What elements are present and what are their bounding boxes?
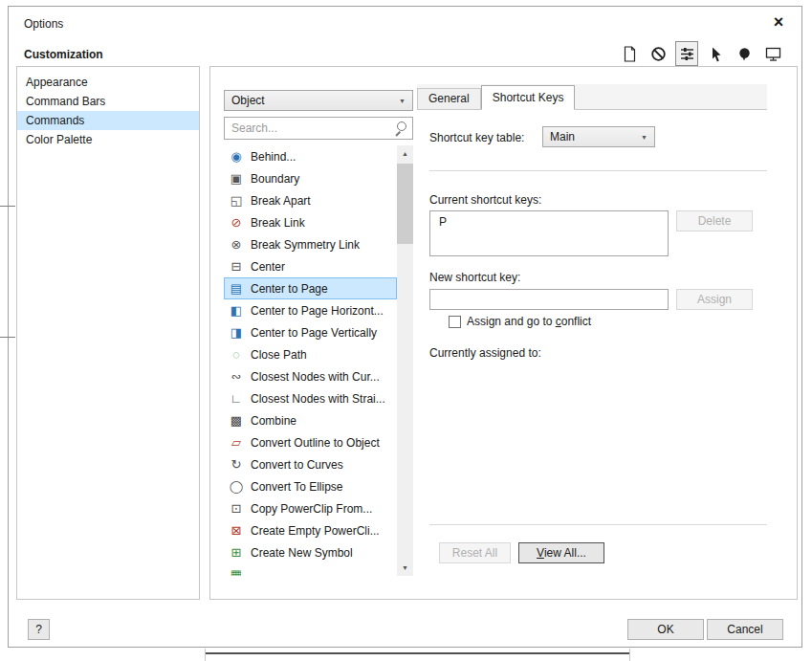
ok-button[interactable]: OK <box>627 619 704 640</box>
search-input[interactable] <box>225 121 394 135</box>
combine-icon: ▩ <box>229 413 244 429</box>
assign-and-go-to-conflict-checkbox[interactable] <box>449 316 461 328</box>
no-sign-icon[interactable] <box>647 41 669 66</box>
command-category-value: Object <box>231 94 265 107</box>
command-row[interactable]: ⊞Create New Symbol <box>224 541 397 563</box>
view-all-button[interactable]: View All... <box>518 542 604 563</box>
close-icon[interactable]: × <box>767 11 790 33</box>
conflict-option-row: Assign and go to conflict <box>449 315 591 328</box>
category-list: AppearanceCommand BarsCommandsColor Pale… <box>16 66 200 600</box>
command-label: Break Symmetry Link <box>251 238 360 252</box>
page-title: Customization <box>24 48 103 61</box>
sidebar-item-color-palette[interactable]: Color Palette <box>17 130 199 149</box>
customization-icon-row <box>618 41 784 66</box>
background-window-edge <box>206 652 629 654</box>
scrollbar-thumb[interactable] <box>397 164 413 244</box>
tab-general[interactable]: General <box>417 88 481 109</box>
copy-powerclip-icon: ⊡ <box>229 501 244 517</box>
command-label: Closest Nodes with Strai... <box>251 392 385 406</box>
command-row[interactable]: ⊘Break Link <box>224 211 397 233</box>
closest-nodes-curved-icon: ∾ <box>229 369 244 385</box>
delete-button[interactable]: Delete <box>676 210 753 231</box>
command-label: Center to Page Vertically <box>251 326 377 340</box>
convert-to-ellipse-icon: ◯ <box>229 479 244 495</box>
command-row[interactable]: ▱Convert Outline to Object <box>224 431 397 453</box>
command-row[interactable]: ▦ <box>224 563 397 576</box>
sliders-icon[interactable] <box>675 41 698 66</box>
command-category-dropdown[interactable]: Object ▼ <box>224 90 413 111</box>
center-to-page-vertical-icon: ◨ <box>229 325 244 341</box>
command-row[interactable]: ◧Center to Page Horizont... <box>224 299 397 321</box>
conflict-checkbox-label: Assign and go to conflict <box>467 315 591 328</box>
command-row[interactable]: ◌Close Path <box>224 343 397 365</box>
break-apart-icon: ◱ <box>229 193 244 209</box>
center-to-page-horizontal-icon: ◧ <box>229 303 244 319</box>
command-label: Center <box>251 260 285 274</box>
page-icon[interactable] <box>618 41 641 66</box>
command-label: Convert Outline to Object <box>251 436 380 450</box>
shortcut-key-table-dropdown[interactable]: Main ▼ <box>542 126 655 147</box>
command-label: Boundary <box>251 172 299 186</box>
close-path-icon: ◌ <box>229 347 244 363</box>
reset-all-button[interactable]: Reset All <box>439 542 511 563</box>
cancel-button[interactable]: Cancel <box>707 619 783 640</box>
scroll-up-icon[interactable]: ▲ <box>397 145 413 162</box>
tab-shortcut-keys[interactable]: Shortcut Keys <box>481 85 576 110</box>
convert-outline-to-object-icon: ▱ <box>229 435 244 451</box>
search-icon <box>394 121 407 135</box>
command-row[interactable]: ⊠Create Empty PowerCli... <box>224 519 397 541</box>
command-label: Closest Nodes with Cur... <box>251 370 380 384</box>
command-row[interactable]: ▤Center to Page <box>224 277 397 299</box>
balloon-icon[interactable] <box>733 41 756 66</box>
sidebar-item-appearance[interactable]: Appearance <box>17 73 199 92</box>
new-shortcut-key-label: New shortcut key: <box>429 271 520 284</box>
chevron-down-icon: ▼ <box>641 134 647 141</box>
background-docker-edge <box>0 337 15 338</box>
shortcut-key-table-value: Main <box>550 130 575 143</box>
sidebar-item-commands[interactable]: Commands <box>17 111 199 130</box>
behind-icon: ◉ <box>229 149 244 165</box>
command-label: Convert To Ellipse <box>251 480 343 494</box>
current-shortcut-keys-label: Current shortcut keys: <box>429 193 541 207</box>
command-row[interactable]: ∾Closest Nodes with Cur... <box>224 365 397 387</box>
command-row[interactable]: ▩Combine <box>224 409 397 431</box>
closest-nodes-straight-icon: ∟ <box>229 391 244 407</box>
command-label: Center to Page <box>251 282 328 296</box>
shortcut-key-table-label: Shortcut key table: <box>429 131 524 144</box>
currently-assigned-to-label: Currently assigned to: <box>429 346 541 360</box>
new-shortcut-key-input[interactable] <box>429 289 669 310</box>
monitor-icon[interactable] <box>761 41 784 66</box>
background-window-edge <box>629 649 630 661</box>
command-list-scrollbar[interactable]: ▲ ▼ <box>397 145 413 576</box>
center-icon: ⊟ <box>229 259 244 275</box>
background-window-edge <box>205 649 206 661</box>
cursor-icon[interactable] <box>704 41 727 66</box>
command-label: Break Apart <box>251 194 311 208</box>
current-shortcut-keys-list[interactable]: P <box>429 210 669 256</box>
command-row[interactable]: ⊗Break Symmetry Link <box>224 233 397 255</box>
command-row[interactable]: ↻Convert to Curves <box>224 453 397 475</box>
command-label: Create New Symbol <box>251 546 353 560</box>
help-button[interactable]: ? <box>28 619 50 640</box>
chevron-down-icon: ▼ <box>399 98 406 104</box>
command-list: ◉Behind...▣Boundary◱Break Apart⊘Break Li… <box>224 145 397 576</box>
boundary-icon: ▣ <box>229 171 244 187</box>
center-to-page-icon: ▤ <box>229 281 244 297</box>
command-row[interactable]: ◱Break Apart <box>224 189 397 211</box>
command-row[interactable]: ⊡Copy PowerClip From... <box>224 497 397 519</box>
command-search-box <box>224 117 413 140</box>
scroll-down-icon[interactable]: ▼ <box>397 560 413 576</box>
background-docker-edge <box>0 206 15 207</box>
commands-panel: Object ▼ ◉Behind...▣Boundary◱Break Apart… <box>209 66 798 600</box>
command-row[interactable]: ⊟Center <box>224 255 397 277</box>
command-label: Convert to Curves <box>251 458 343 472</box>
sidebar-item-command-bars[interactable]: Command Bars <box>17 92 199 111</box>
command-label: Behind... <box>251 150 296 164</box>
command-row[interactable]: ◯Convert To Ellipse <box>224 475 397 497</box>
command-row[interactable]: ◨Center to Page Vertically <box>224 321 397 343</box>
command-row[interactable]: ∟Closest Nodes with Strai... <box>224 387 397 409</box>
command-row[interactable]: ◉Behind... <box>224 145 397 167</box>
break-link-icon: ⊘ <box>229 215 244 231</box>
assign-button[interactable]: Assign <box>676 289 753 310</box>
command-row[interactable]: ▣Boundary <box>224 167 397 189</box>
